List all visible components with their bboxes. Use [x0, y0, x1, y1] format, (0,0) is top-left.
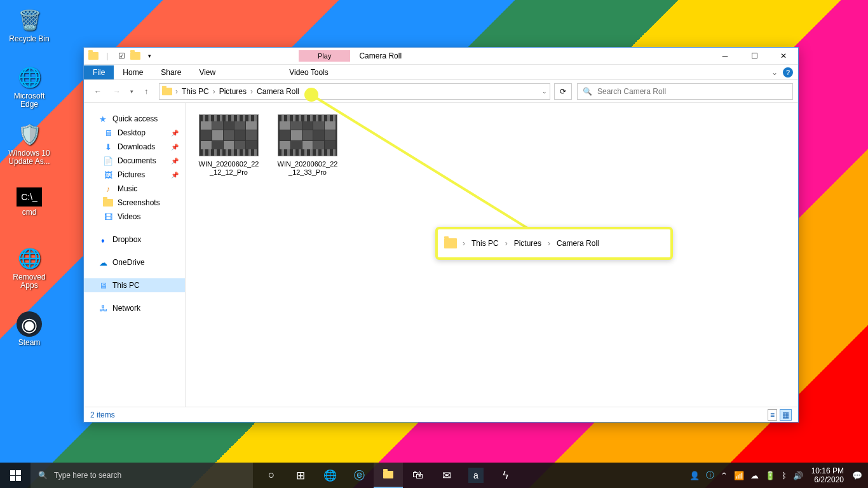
breadcrumb-camera-roll[interactable]: Camera Roll [254, 87, 302, 96]
network-icon: 🖧 [98, 303, 108, 313]
qat-dropdown-icon[interactable]: ▾ [144, 50, 155, 62]
sidebar-dropbox[interactable]: ⬧Dropbox [84, 233, 185, 247]
search-box[interactable]: 🔍 [577, 83, 793, 100]
cortana-icon[interactable]: ○ [257, 463, 286, 488]
details-view-icon[interactable]: ≡ [768, 409, 777, 421]
taskbar: 🔍Type here to search ○ ⊞ 🌐 ⓔ 🛍 ✉ a ϟ 👤 ⓘ… [0, 463, 868, 488]
recycle-bin-icon: 🗑️ [16, 6, 43, 33]
desktop-icon-edge[interactable]: 🌐Microsoft Edge [5, 64, 53, 109]
chevron-right-icon[interactable]: › [249, 87, 254, 96]
taskbar-edge-icon[interactable]: 🌐 [315, 463, 344, 488]
battery-icon[interactable]: 🔋 [762, 471, 778, 480]
wifi-icon[interactable]: 📶 [731, 471, 747, 480]
sidebar-network[interactable]: 🖧Network [84, 301, 185, 315]
new-folder-icon[interactable] [130, 50, 141, 62]
star-icon: ★ [98, 114, 108, 124]
onedrive-tray-icon[interactable]: ☁ [747, 471, 762, 480]
taskbar-mail-icon[interactable]: ✉ [432, 463, 461, 488]
tray-chevron-up-icon[interactable]: ⌃ [717, 471, 731, 480]
close-button[interactable]: ✕ [769, 48, 798, 65]
svg-rect-3 [10, 476, 15, 481]
taskbar-search[interactable]: 🔍Type here to search [31, 463, 253, 488]
taskbar-app-icon[interactable]: ϟ [491, 463, 520, 488]
properties-icon[interactable]: ☑ [116, 50, 127, 62]
taskbar-ie-icon[interactable]: ⓔ [344, 463, 374, 488]
desktop-icon-steam[interactable]: ◉Steam [5, 311, 53, 347]
pictures-icon: 🖼 [103, 170, 113, 180]
breadcrumb-this-pc[interactable]: This PC [179, 87, 212, 96]
chevron-right-icon: › [545, 239, 553, 248]
start-button[interactable] [0, 463, 31, 488]
sidebar-onedrive[interactable]: ☁OneDrive [84, 255, 185, 269]
search-input[interactable] [597, 87, 787, 96]
desktop-icon-recycle-bin[interactable]: 🗑️Recycle Bin [5, 6, 53, 43]
onedrive-icon: ☁ [98, 257, 108, 268]
bluetooth-icon[interactable]: ᛒ [778, 471, 790, 480]
desktop-icon-update[interactable]: 🛡️Windows 10 Update As... [5, 121, 53, 166]
tray-help-icon[interactable]: ⓘ [703, 470, 717, 481]
ribbon-home[interactable]: Home [114, 65, 152, 79]
ribbon-share[interactable]: Share [152, 65, 190, 79]
sidebar-this-pc[interactable]: 🖥This PC [84, 278, 185, 292]
status-bar: 2 items ≡ ▦ [84, 407, 798, 422]
edge-icon: 🌐 [16, 64, 43, 90]
sidebar-desktop[interactable]: 🖥Desktop📌 [84, 126, 185, 140]
steam-icon: ◉ [17, 311, 42, 337]
taskbar-store-icon[interactable]: 🛍 [403, 463, 432, 488]
maximize-button[interactable]: ☐ [740, 48, 769, 65]
ribbon: File Home Share View Video Tools ⌄ ? [84, 65, 798, 80]
volume-icon[interactable]: 🔊 [790, 471, 806, 480]
ribbon-video-tools[interactable]: Video Tools [280, 65, 337, 79]
ribbon-view[interactable]: View [190, 65, 224, 79]
breadcrumb-pictures[interactable]: Pictures [217, 87, 249, 96]
file-item[interactable]: WIN_20200602_22_12_33_Pro [276, 114, 339, 177]
desktop-icon: 🖥 [103, 128, 113, 138]
people-icon[interactable]: 👤 [686, 471, 703, 480]
chevron-right-icon[interactable]: › [212, 87, 217, 96]
chevron-right-icon[interactable]: › [174, 87, 179, 96]
shield-icon: 🛡️ [16, 121, 43, 147]
help-icon[interactable]: ? [783, 67, 793, 78]
music-icon: ♪ [103, 184, 113, 194]
address-bar[interactable]: › This PC › Pictures › Camera Roll ⌄ [159, 83, 550, 100]
chevron-right-icon: › [502, 239, 511, 248]
taskbar-explorer-icon[interactable] [374, 463, 403, 488]
sidebar-documents[interactable]: 📄Documents📌 [84, 154, 185, 168]
file-name: WIN_20200602_22_12_12_Pro [197, 160, 261, 177]
svg-rect-2 [16, 470, 21, 475]
desktop-icon-removed[interactable]: 🌐Removed Apps [5, 245, 53, 290]
window-title: Camera Roll [359, 51, 402, 60]
address-dropdown-icon[interactable]: ⌄ [542, 88, 547, 95]
sidebar-videos[interactable]: 🎞Videos [84, 210, 185, 224]
sidebar-downloads[interactable]: ⬇Downloads📌 [84, 140, 185, 154]
refresh-button[interactable]: ⟳ [554, 83, 572, 100]
sidebar-quick-access[interactable]: ★Quick access [84, 112, 185, 126]
taskbar-clock[interactable]: 10:16 PM6/2/2020 [806, 466, 849, 484]
file-item[interactable]: WIN_20200602_22_12_12_Pro [197, 114, 261, 177]
task-view-icon[interactable]: ⊞ [286, 463, 315, 488]
pin-icon: 📌 [171, 144, 179, 151]
play-tab[interactable]: Play [299, 50, 350, 62]
forward-button[interactable]: → [108, 83, 126, 100]
back-button[interactable]: ← [89, 83, 107, 100]
sidebar-pictures[interactable]: 🖼Pictures📌 [84, 168, 185, 182]
up-button[interactable]: ↑ [137, 83, 155, 100]
recent-dropdown[interactable]: ▾ [127, 83, 136, 100]
callout-crumb: Camera Roll [553, 239, 602, 248]
ribbon-file[interactable]: File [84, 65, 114, 79]
folder-icon[interactable] [88, 50, 99, 62]
chevron-right-icon: › [459, 239, 468, 248]
notifications-icon[interactable]: 💬 [849, 471, 865, 480]
sidebar-screenshots[interactable]: Screenshots [84, 196, 185, 210]
svg-rect-4 [16, 476, 21, 481]
minimize-button[interactable]: ─ [710, 48, 740, 65]
annotation-dot [304, 88, 318, 102]
desktop-icon-cmd[interactable]: C:\_cmd [5, 187, 53, 217]
taskbar-amazon-icon[interactable]: a [468, 468, 484, 483]
sidebar-music[interactable]: ♪Music [84, 182, 185, 196]
ribbon-expand-icon[interactable]: ⌄ [771, 68, 778, 77]
dropbox-icon: ⬧ [98, 234, 108, 245]
video-thumbnail-icon [199, 114, 259, 156]
pc-icon: 🖥 [98, 280, 108, 290]
thumbnails-view-icon[interactable]: ▦ [780, 409, 792, 421]
